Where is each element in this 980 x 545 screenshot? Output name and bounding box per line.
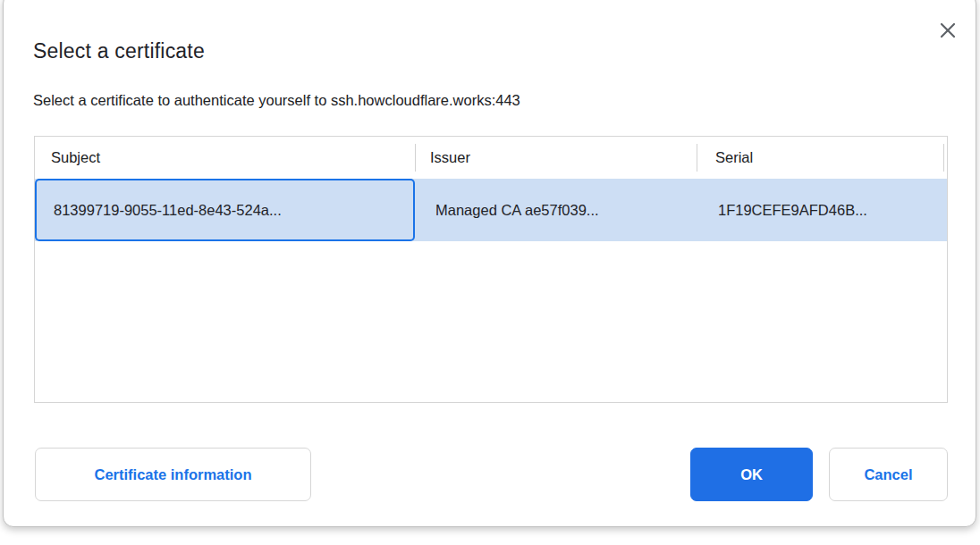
column-divider (943, 144, 944, 172)
close-icon-glyph (940, 22, 956, 38)
screen: Select a certificate Select a certificat… (0, 0, 980, 545)
certificate-table: Subject Issuer Serial 81399719-9055-11ed… (34, 136, 948, 403)
certificate-subject-cell[interactable]: 81399719-9055-11ed-8e43-524a... (35, 179, 415, 241)
certificate-row-selected[interactable]: 81399719-9055-11ed-8e43-524a... Managed … (35, 179, 947, 241)
select-certificate-dialog: Select a certificate Select a certificat… (3, 0, 976, 527)
dialog-title: Select a certificate (33, 39, 205, 63)
close-icon[interactable] (936, 19, 959, 42)
column-divider (415, 144, 416, 172)
column-divider (697, 144, 697, 172)
certificate-table-header: Subject Issuer Serial (35, 137, 947, 179)
certificate-serial-cell[interactable]: 1F19CEFE9AFD46B... (697, 179, 947, 241)
certificate-information-button[interactable]: Certificate information (35, 448, 311, 501)
dialog-subtitle: Select a certificate to authenticate you… (33, 92, 520, 109)
certificate-issuer-cell[interactable]: Managed CA ae57f039... (415, 179, 697, 241)
column-header-issuer: Issuer (415, 149, 697, 166)
cancel-button[interactable]: Cancel (829, 448, 948, 501)
column-header-serial: Serial (697, 149, 947, 166)
column-header-subject: Subject (35, 149, 415, 166)
ok-button[interactable]: OK (690, 448, 813, 501)
